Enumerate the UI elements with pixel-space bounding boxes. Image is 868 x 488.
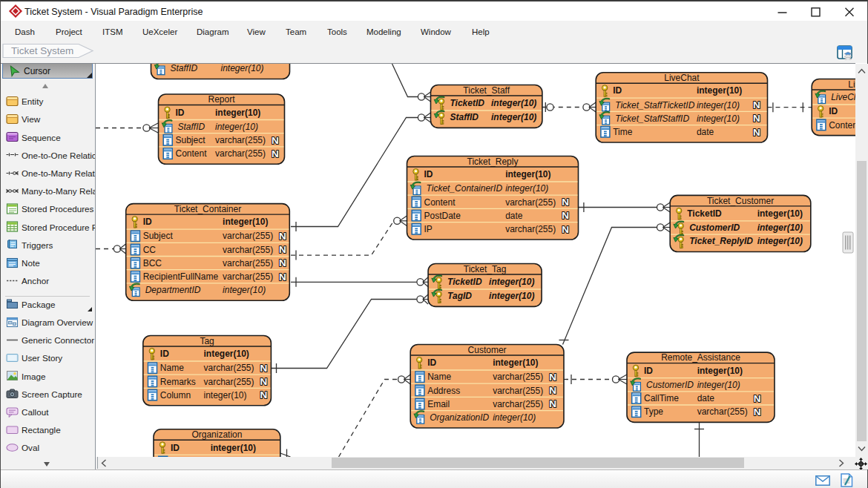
svg-text:integer(10): integer(10) (491, 112, 536, 122)
svg-text:Ticket_Staff: Ticket_Staff (463, 85, 510, 95)
svg-text:ID: ID (142, 217, 151, 227)
svg-text:integer(10): integer(10) (505, 183, 548, 194)
svg-text:N: N (279, 271, 286, 282)
svg-text:PostDate: PostDate (424, 210, 461, 220)
svg-text:integer(10): integer(10) (493, 412, 536, 422)
svg-text:BCC: BCC (142, 257, 162, 268)
svg-text:Organization: Organization (191, 429, 242, 440)
svg-text:Ticket_ContainerID: Ticket_ContainerID (426, 183, 502, 194)
svg-text:varchar(255): varchar(255) (505, 223, 556, 234)
svg-text:Remarks: Remarks (160, 376, 195, 386)
svg-text:N: N (279, 244, 286, 255)
svg-text:N: N (752, 126, 760, 137)
svg-text:N: N (562, 197, 569, 208)
svg-text:integer(10): integer(10) (757, 208, 802, 219)
svg-text:varchar(255): varchar(255) (223, 257, 273, 268)
svg-text:date: date (505, 210, 523, 220)
svg-text:N: N (260, 389, 267, 400)
svg-text:Ticket_Container: Ticket_Container (174, 203, 240, 214)
svg-text:varchar(255): varchar(255) (223, 271, 273, 282)
svg-text:N: N (562, 210, 569, 221)
svg-text:Ticket_StaffTicketID: Ticket_StaffTicketID (615, 99, 694, 110)
svg-text:N: N (279, 257, 286, 268)
svg-text:CustomerID: CustomerID (689, 222, 740, 233)
svg-text:integer(10): integer(10) (215, 107, 260, 117)
svg-text:integer(10): integer(10) (491, 98, 536, 108)
svg-text:integer(10): integer(10) (223, 285, 266, 295)
svg-text:integer(10): integer(10) (696, 99, 739, 110)
svg-text:TicketID: TicketID (450, 98, 484, 108)
svg-text:N: N (753, 392, 760, 403)
svg-text:Address: Address (427, 385, 460, 395)
svg-text:Report: Report (208, 94, 235, 105)
svg-text:Remote_Assistance: Remote_Assistance (661, 352, 740, 363)
svg-text:N: N (562, 223, 569, 234)
svg-text:date: date (696, 126, 714, 136)
svg-text:Ticket_StaffStaffID: Ticket_StaffStaffID (615, 113, 689, 123)
svg-text:varchar(255): varchar(255) (215, 148, 266, 159)
svg-text:OrganizationID: OrganizationID (430, 412, 489, 422)
svg-text:Content: Content (829, 119, 855, 130)
svg-text:Ticket System: Ticket System (11, 45, 73, 56)
svg-text:varchar(255): varchar(255) (697, 406, 747, 417)
svg-text:ID: ID (613, 85, 622, 96)
svg-text:N: N (260, 376, 267, 387)
svg-text:N: N (272, 148, 279, 159)
svg-text:Column: Column (160, 389, 190, 400)
svg-text:integer(10): integer(10) (697, 379, 740, 389)
svg-text:LiveChat: LiveChat (664, 73, 700, 83)
svg-text:varchar(255): varchar(255) (203, 363, 254, 373)
svg-text:N: N (272, 134, 279, 145)
svg-text:StaffID: StaffID (450, 112, 479, 122)
svg-text:StaffID: StaffID (177, 121, 205, 131)
svg-text:ID: ID (424, 169, 433, 179)
svg-text:integer(10): integer(10) (223, 217, 268, 227)
svg-text:varchar(255): varchar(255) (505, 197, 556, 207)
svg-text:date: date (697, 393, 714, 403)
svg-text:N: N (549, 371, 556, 382)
svg-text:integer(10): integer(10) (696, 113, 739, 123)
svg-text:integer(10): integer(10) (757, 222, 802, 233)
svg-text:N: N (752, 99, 760, 111)
svg-text:CallTime: CallTime (644, 393, 679, 403)
svg-text:N: N (753, 406, 760, 417)
svg-text:StaffID: StaffID (170, 64, 197, 73)
svg-text:integer(10): integer(10) (696, 85, 741, 96)
svg-text:integer(10): integer(10) (493, 357, 538, 368)
svg-text:varchar(255): varchar(255) (493, 385, 543, 395)
svg-text:integer(10): integer(10) (203, 349, 249, 359)
svg-text:Tag: Tag (200, 335, 214, 346)
svg-text:ID: ID (644, 365, 653, 375)
svg-text:Ticket_Reply: Ticket_Reply (467, 156, 518, 166)
svg-text:Ticket_ReplyID: Ticket_ReplyID (689, 236, 753, 246)
svg-text:integer(10): integer(10) (203, 389, 246, 400)
svg-text:ID: ID (171, 442, 180, 452)
svg-text:varchar(255): varchar(255) (493, 398, 543, 409)
svg-text:CustomerID: CustomerID (646, 379, 694, 389)
svg-text:Ticket_Customer: Ticket_Customer (706, 195, 773, 205)
svg-text:integer(10): integer(10) (220, 64, 263, 73)
svg-text:LiveChatID: LiveChatID (831, 92, 855, 102)
svg-text:Subject: Subject (175, 135, 206, 145)
svg-text:N: N (752, 113, 760, 124)
svg-text:varchar(255): varchar(255) (223, 231, 273, 241)
svg-text:integer(10): integer(10) (215, 121, 258, 131)
svg-text:N: N (260, 362, 267, 373)
svg-text:TagID: TagID (447, 291, 472, 301)
svg-text:N: N (549, 398, 556, 409)
svg-text:Time: Time (613, 126, 633, 136)
svg-text:Customer: Customer (467, 344, 506, 355)
svg-text:Content: Content (424, 197, 456, 207)
svg-text:varchar(255): varchar(255) (203, 376, 254, 386)
svg-text:TicketID: TicketID (687, 208, 722, 219)
svg-text:varchar(255): varchar(255) (493, 372, 543, 382)
svg-text:Name: Name (427, 372, 451, 382)
svg-text:ID: ID (160, 349, 168, 359)
svg-text:varchar(255): varchar(255) (223, 244, 273, 254)
svg-text:integer(10): integer(10) (505, 169, 550, 179)
svg-text:integer(10): integer(10) (210, 442, 255, 452)
svg-text:Type: Type (644, 406, 663, 417)
svg-text:RecipientFullName: RecipientFullName (142, 271, 218, 282)
svg-text:integer(10): integer(10) (697, 365, 742, 375)
svg-text:Subject: Subject (142, 231, 173, 241)
